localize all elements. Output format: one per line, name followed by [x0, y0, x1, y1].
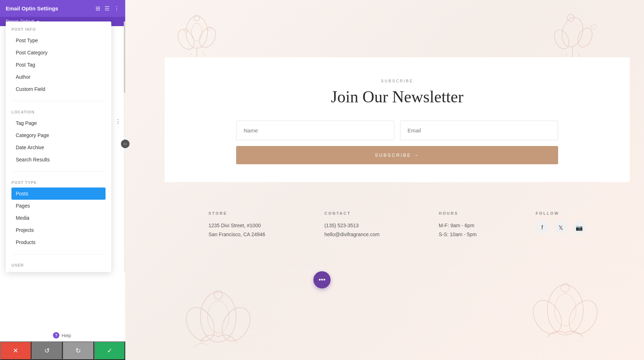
location-label: Location — [11, 110, 106, 114]
location-section: Location Tag Page Category Page Date Arc… — [6, 104, 111, 169]
hours-heading: HOURS — [439, 211, 477, 215]
dropdown-item-custom-field[interactable]: Custom Field — [11, 83, 106, 95]
svg-point-14 — [591, 24, 596, 29]
undo-button[interactable]: ↺ — [31, 341, 63, 360]
resize-icon: ↔ — [123, 141, 127, 146]
floral-bottom-right — [515, 274, 615, 360]
newsletter-label: SUBSCRIBE — [179, 79, 615, 83]
instagram-icon[interactable]: 📷 — [573, 221, 586, 234]
store-heading: STORE — [209, 211, 265, 215]
sidebar: Email Optin Settings ⊞ ☰ ⋮ Preset: Defau… — [0, 0, 125, 360]
user-label: User — [11, 263, 106, 267]
svg-point-18 — [200, 292, 236, 342]
help-label: Help — [62, 333, 71, 338]
svg-point-23 — [547, 285, 583, 335]
dropdown-item-logged-in-status[interactable]: Logged In Status — [11, 270, 106, 272]
svg-point-6 — [208, 27, 211, 30]
divider-3 — [11, 254, 106, 254]
sidebar-header: Email Optin Settings ⊞ ☰ ⋮ — [0, 0, 125, 17]
dropdown-item-date-archive[interactable]: Date Archive — [11, 141, 106, 154]
newsletter-title: Join Our Newsletter — [179, 87, 615, 106]
dropdown-panel: Post Info Post Type Post Category Post T… — [6, 21, 111, 272]
dropdown-item-posts[interactable]: Posts — [11, 188, 106, 200]
dropdown-item-category-page[interactable]: Category Page — [11, 129, 106, 141]
svg-point-27 — [564, 295, 603, 339]
close-button[interactable]: ✕ — [0, 341, 31, 360]
newsletter-form — [236, 121, 558, 140]
footer-section: STORE 1235 Divi Street, #1000 San Franci… — [165, 200, 630, 250]
bottom-toolbar: ✕ ↺ ↻ ✓ — [0, 341, 125, 360]
more-options-icon[interactable]: ⋮ — [114, 5, 119, 12]
scroll-thumb[interactable] — [124, 21, 125, 93]
grid-icon[interactable]: ⊞ — [96, 5, 100, 12]
svg-point-21 — [181, 302, 220, 346]
post-info-section: Post Info Post Type Post Category Post T… — [6, 21, 111, 98]
social-icons: f 𝕏 📷 — [536, 221, 586, 234]
dropdown-item-pages[interactable]: Pages — [11, 200, 106, 212]
newsletter-section: SUBSCRIBE Join Our Newsletter SUBSCRIBE … — [165, 57, 630, 182]
redo-button[interactable]: ↻ — [63, 341, 94, 360]
panel-context-menu[interactable]: ⋮ — [115, 118, 121, 125]
hours-info: M-F: 9am - 6pm S-S: 10am - 5pm — [439, 221, 477, 239]
svg-point-1 — [191, 23, 202, 41]
divider-2 — [11, 171, 106, 172]
email-input[interactable] — [400, 121, 558, 140]
header-icons: ⊞ ☰ ⋮ — [96, 5, 119, 12]
post-info-label: Post Info — [11, 27, 106, 31]
contact-info: (135) 523-3513 hello@divifragrance.com — [325, 221, 380, 239]
post-type-label: Post Type — [11, 180, 106, 185]
svg-point-12 — [552, 28, 572, 51]
dropdown-item-search-results[interactable]: Search Results — [11, 154, 106, 166]
dropdown-item-author[interactable]: Author — [11, 71, 106, 83]
dropdown-item-post-type[interactable]: Post Type — [11, 34, 106, 47]
footer-contact: CONTACT (135) 523-3513 hello@divifragran… — [325, 211, 380, 239]
svg-point-22 — [216, 302, 256, 346]
columns-icon[interactable]: ☰ — [104, 5, 109, 12]
save-button[interactable]: ✓ — [94, 341, 126, 360]
facebook-icon[interactable]: f — [536, 221, 548, 234]
help-button[interactable]: ? Help — [53, 332, 71, 339]
floral-bottom-left — [165, 281, 272, 360]
dropdown-item-projects[interactable]: Projects — [11, 224, 106, 236]
user-section: User Logged In Status User Role — [6, 257, 111, 272]
resize-handle[interactable]: ↔ — [121, 140, 130, 148]
fab-button[interactable]: ••• — [313, 271, 331, 288]
help-circle-icon: ? — [53, 332, 59, 339]
dropdown-item-products[interactable]: Products — [11, 236, 106, 248]
footer-hours: HOURS M-F: 9am - 6pm S-S: 10am - 5pm — [439, 211, 477, 239]
svg-point-26 — [528, 295, 567, 339]
dropdown-item-tag-page[interactable]: Tag Page — [11, 117, 106, 129]
subscribe-button[interactable]: SUBSCRIBE → — [236, 146, 558, 164]
divider-1 — [11, 101, 106, 101]
dropdown-item-post-category[interactable]: Post Category — [11, 47, 106, 59]
follow-heading: FOLLOW — [536, 211, 586, 215]
contact-heading: CONTACT — [325, 211, 380, 215]
post-type-section: Post Type Posts Pages Media Projects Pro… — [6, 175, 111, 251]
svg-point-13 — [575, 26, 595, 49]
twitter-icon[interactable]: 𝕏 — [554, 221, 567, 234]
footer-store: STORE 1235 Divi Street, #1000 San Franci… — [209, 211, 265, 239]
footer-follow: FOLLOW f 𝕏 📷 — [536, 211, 586, 239]
svg-point-10 — [559, 15, 586, 49]
dropdown-item-media[interactable]: Media — [11, 212, 106, 224]
fab-dots-icon: ••• — [319, 276, 326, 284]
name-input[interactable] — [236, 121, 394, 140]
svg-point-11 — [567, 14, 574, 21]
store-address: 1235 Divi Street, #1000 San Francisco, C… — [209, 221, 265, 239]
sidebar-title: Email Optin Settings — [6, 5, 58, 11]
dropdown-item-post-tag[interactable]: Post Tag — [11, 59, 106, 71]
